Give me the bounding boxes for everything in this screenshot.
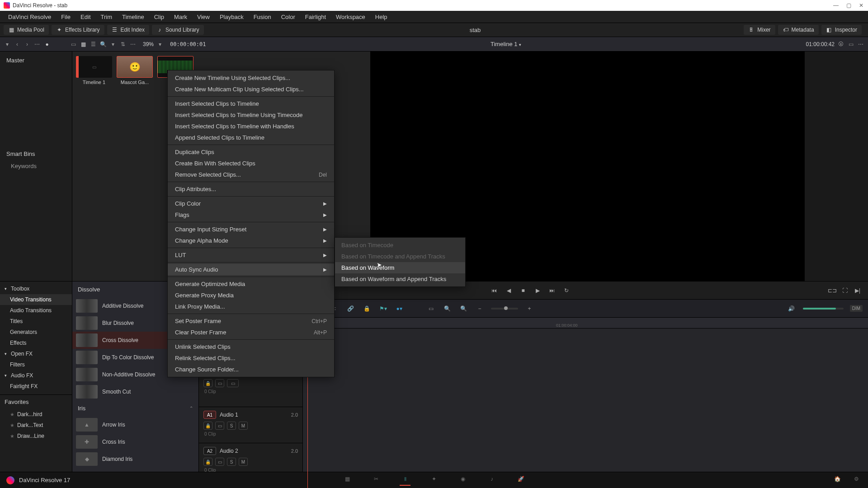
nav-back-icon[interactable]: ‹ xyxy=(14,41,21,48)
menu-help[interactable]: Help xyxy=(371,12,392,22)
context-menu-item[interactable]: Link Proxy Media... xyxy=(168,301,334,312)
context-menu-item[interactable]: Set Poster FrameCtrl+P xyxy=(168,315,334,327)
media-pool-toggle[interactable]: ▦Media Pool xyxy=(4,25,49,35)
favorite-item[interactable]: ★Dark...hird xyxy=(0,409,72,420)
bypass-icon[interactable]: ⦿ xyxy=(837,41,844,48)
cut-page-icon[interactable]: ✂ xyxy=(371,475,382,486)
menu-davinci[interactable]: DaVinci Resolve xyxy=(4,12,56,22)
window-close[interactable]: ✕ xyxy=(858,2,864,9)
context-menu-item[interactable]: Duplicate Clips xyxy=(168,146,334,158)
clip-thumb-timeline[interactable]: ▭ Timeline 1 xyxy=(76,56,112,85)
fullscreen-icon[interactable]: ⛶ xyxy=(841,286,849,295)
timeline-ruler[interactable]: 01:00:04:00 xyxy=(303,318,868,328)
context-menu-item[interactable]: Create New Multicam Clip Using Selected … xyxy=(168,84,334,95)
inspector-toggle[interactable]: ◧Inspector xyxy=(821,25,862,35)
search-icon[interactable]: 🔍 xyxy=(99,41,107,48)
filters-category[interactable]: Filters xyxy=(0,359,72,370)
dim-button[interactable]: DIM xyxy=(850,305,863,312)
flag-dropdown[interactable]: ⚑▾ xyxy=(378,304,388,314)
edit-index-toggle[interactable]: ☰Edit Index xyxy=(107,25,149,35)
mixer-toggle[interactable]: 🎚Mixer xyxy=(744,25,775,35)
iris-header[interactable]: Iris⌃ xyxy=(72,400,198,416)
context-menu-item[interactable]: Unlink Selected Clips xyxy=(168,341,334,352)
context-menu-item[interactable]: Create Bin With Selected Clips xyxy=(168,158,334,169)
color-page-icon[interactable]: ◉ xyxy=(458,475,468,486)
menu-fusion[interactable]: Fusion xyxy=(249,12,276,22)
context-menu-item[interactable]: Flags▶ xyxy=(168,209,334,221)
fx-smooth-cut[interactable]: Smooth Cut xyxy=(72,383,198,400)
zoom-search[interactable]: 🔍 xyxy=(442,304,452,314)
menu-view[interactable]: View xyxy=(193,12,214,22)
volume-slider[interactable] xyxy=(803,308,844,310)
view-grid-icon[interactable]: ▦ xyxy=(80,41,87,48)
volume-icon[interactable]: 🔊 xyxy=(787,304,797,314)
more-icon[interactable]: ⋯ xyxy=(33,41,41,48)
context-menu-item[interactable]: Generate Proxy Media xyxy=(168,290,334,301)
zoom-fit[interactable]: 🔍 xyxy=(458,304,468,314)
fusion-page-icon[interactable]: ✦ xyxy=(429,475,439,486)
context-menu-item[interactable]: Auto Sync Audio▶ xyxy=(168,264,334,275)
track-lock-icon[interactable]: 🔒 xyxy=(203,379,212,387)
more2-icon[interactable]: ⋯ xyxy=(129,41,137,48)
fx-cross-iris[interactable]: ✚Cross Iris xyxy=(72,433,198,450)
effects-category[interactable]: Effects xyxy=(0,338,72,348)
fairlight-page-icon[interactable]: ♪ xyxy=(486,475,497,486)
titles-category[interactable]: Titles xyxy=(0,316,72,327)
record-icon[interactable]: ● xyxy=(43,41,51,48)
context-menu-item[interactable]: Change Alpha Mode▶ xyxy=(168,235,334,246)
zoom-out[interactable]: − xyxy=(475,304,485,314)
settings-icon[interactable]: ⚙ xyxy=(851,475,862,486)
context-menu-item[interactable]: Change Input Sizing Preset▶ xyxy=(168,224,334,235)
context-menu-item[interactable]: Clear Poster FrameAlt+P xyxy=(168,327,334,338)
match-frame-icon[interactable]: ⊏⊐ xyxy=(828,286,836,295)
window-maximize[interactable]: ▢ xyxy=(845,2,852,9)
track-lock-icon[interactable]: 🔒 xyxy=(203,422,212,430)
context-menu-item[interactable]: Insert Selected Clips to Timeline Using … xyxy=(168,109,334,121)
favorite-item[interactable]: ★Draw...Line xyxy=(0,431,72,441)
menu-edit[interactable]: Edit xyxy=(76,12,95,22)
menu-fairlight[interactable]: Fairlight xyxy=(301,12,330,22)
smart-bins-header[interactable]: Smart Bins xyxy=(0,148,72,160)
zoom-percentage[interactable]: 39% xyxy=(143,41,154,47)
media-page-icon[interactable]: ▦ xyxy=(342,475,353,486)
context-menu-item[interactable]: Clip Attributes... xyxy=(168,183,334,195)
submenu-item[interactable]: Based on Waveform and Append Tracks xyxy=(335,273,465,285)
deliver-page-icon[interactable]: 🚀 xyxy=(515,475,526,486)
openfx-category[interactable]: ▾Open FX xyxy=(0,348,72,359)
timeline-tracks-area[interactable]: 01:00:04:00 xyxy=(303,318,868,488)
marker-dropdown[interactable]: ●▾ xyxy=(394,304,404,314)
master-bin[interactable]: Master xyxy=(0,54,72,66)
sort-icon[interactable]: ⇅ xyxy=(119,41,127,48)
a2-tag[interactable]: A2 xyxy=(203,447,216,455)
dropdown-icon[interactable]: ▾ xyxy=(4,41,11,48)
home-icon[interactable]: 🏠 xyxy=(832,475,843,486)
fairlightfx-category[interactable]: Fairlight FX xyxy=(0,381,72,392)
zoom-drop-icon[interactable]: ▾ xyxy=(156,41,164,48)
menu-file[interactable]: File xyxy=(57,12,75,22)
favorite-item[interactable]: ★Dark...Text xyxy=(0,420,72,431)
view-filmstrip-icon[interactable]: ▭ xyxy=(70,41,77,48)
menu-playback[interactable]: Playback xyxy=(215,12,248,22)
metadata-toggle[interactable]: 🏷Metadata xyxy=(778,25,819,35)
fx-arrow-iris[interactable]: ▲Arrow Iris xyxy=(72,416,198,433)
play-button[interactable]: ▶ xyxy=(533,286,542,295)
single-viewer-icon[interactable]: ▭ xyxy=(847,41,854,48)
solo-button[interactable]: S xyxy=(227,458,236,466)
menu-mark[interactable]: Mark xyxy=(170,12,192,22)
menu-trim[interactable]: Trim xyxy=(96,12,117,22)
loop-button[interactable]: ↻ xyxy=(562,286,571,295)
effects-library-toggle[interactable]: ✦Effects Library xyxy=(52,25,104,35)
options-icon[interactable]: ⋯ xyxy=(857,41,864,48)
view-options[interactable]: ▭ xyxy=(426,304,436,314)
context-menu-item[interactable]: Append Selected Clips to Timeline xyxy=(168,132,334,143)
zoom-slider[interactable] xyxy=(491,308,518,310)
context-menu-item[interactable]: Remove Selected Clips...Del xyxy=(168,169,334,180)
video-transitions-category[interactable]: Video Transitions xyxy=(0,294,72,305)
track-lock-icon[interactable]: 🔒 xyxy=(203,458,212,466)
go-start-button[interactable]: ⏮ xyxy=(490,286,498,295)
menu-workspace[interactable]: Workspace xyxy=(331,12,370,22)
sound-library-toggle[interactable]: ♪Sound Library xyxy=(152,25,204,35)
menu-timeline[interactable]: Timeline xyxy=(118,12,149,22)
keywords-bin[interactable]: Keywords xyxy=(0,160,72,172)
context-menu-item[interactable]: Relink Selected Clips... xyxy=(168,352,334,364)
